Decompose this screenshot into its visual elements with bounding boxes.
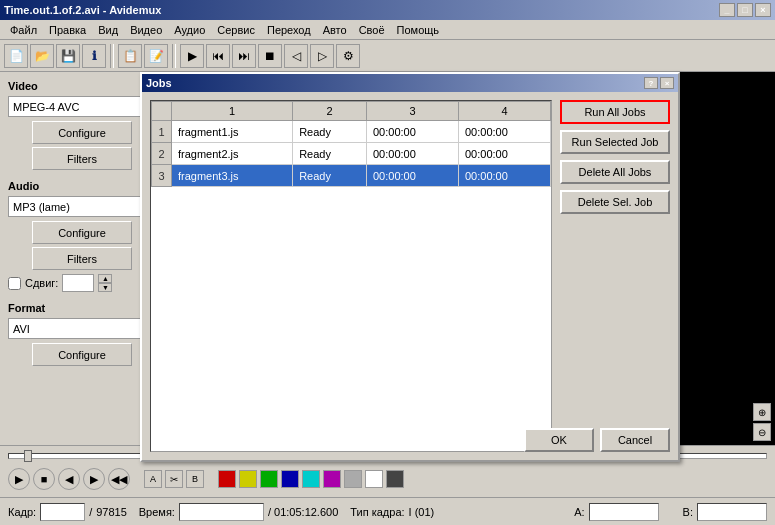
format-configure-btn[interactable]: Configure [32,343,132,366]
next-btn[interactable]: ▶ [83,468,105,490]
frame-type-field: Тип кадра: I (01) [350,506,434,518]
format-combo[interactable]: AVI ▼ [8,318,156,339]
menu-service[interactable]: Сервис [211,22,261,38]
toolbar-open[interactable]: 📂 [30,44,54,68]
play-btn[interactable]: ▶ [8,468,30,490]
shift-row: Сдвиг: 0 ▲ ▼ [8,274,156,292]
toolbar-paste[interactable]: 📝 [144,44,168,68]
menu-video[interactable]: Видео [124,22,168,38]
row-1-col3: 00:00:00 [366,121,458,143]
preview-zoom-in[interactable]: ⊕ [753,403,771,421]
menu-file[interactable]: Файл [4,22,43,38]
menu-goto[interactable]: Переход [261,22,317,38]
audio-codec-combo[interactable]: MP3 (lame) ▼ [8,196,156,217]
video-configure-btn[interactable]: Configure [32,121,132,144]
table-row[interactable]: 1 fragment1.js Ready 00:00:00 00:00:00 [152,121,551,143]
seek-thumb[interactable] [24,450,32,462]
menu-view[interactable]: Вид [92,22,124,38]
frame-input[interactable]: 0 [40,503,85,521]
stop-btn[interactable]: ■ [33,468,55,490]
format-section-title: Format [8,302,156,314]
toolbar-mark-in[interactable]: ◁ [284,44,308,68]
audio-configure-btn[interactable]: Configure [32,221,132,244]
toolbar-play[interactable]: ▶ [180,44,204,68]
titlebar: Time.out.1.of.2.avi - Avidemux _ □ × [0,0,775,20]
audio-codec-value: MP3 (lame) [13,201,70,213]
col-1-header: 1 [172,102,293,121]
ab-a-input[interactable]: 000000 [589,503,659,521]
delete-sel-job-btn[interactable]: Delete Sel. Job [560,190,670,214]
dialog-title-buttons: ? × [644,77,674,89]
delete-all-jobs-btn[interactable]: Delete All Jobs [560,160,670,184]
close-btn[interactable]: × [755,3,771,17]
toolbar-stop[interactable]: ⏹ [258,44,282,68]
jobs-table-area[interactable]: 1 2 3 4 1 fragment1.js Ready 00:00:00 00… [150,100,552,452]
row-2-status: Ready [293,143,367,165]
shift-value[interactable]: 0 [62,274,94,292]
video-filters-btn[interactable]: Filters [32,147,132,170]
row-1-status: Ready [293,121,367,143]
menu-edit[interactable]: Правка [43,22,92,38]
color-3-btn[interactable] [260,470,278,488]
prev-btn[interactable]: ◀ [58,468,80,490]
time-field: Время: 00:00:00.000 / 01:05:12.600 [139,503,339,521]
transport-controls: ▶ ■ ◀ ▶ ◀◀ A ✂ B [8,468,767,490]
mark-a-btn[interactable]: A [144,470,162,488]
row-2-col4: 00:00:00 [458,143,550,165]
col-num-header [152,102,172,121]
dialog-close-btn[interactable]: × [660,77,674,89]
table-row-selected[interactable]: 3 fragment3.js Ready 00:00:00 00:00:00 [152,165,551,187]
menu-auto[interactable]: Авто [317,22,353,38]
toolbar-step-back[interactable]: ⏮ [206,44,230,68]
jobs-table: 1 2 3 4 1 fragment1.js Ready 00:00:00 00… [151,101,551,187]
row-1-col4: 00:00:00 [458,121,550,143]
rewind-btn[interactable]: ◀◀ [108,468,130,490]
shift-up-btn[interactable]: ▲ [98,274,112,283]
mark-b-btn[interactable]: B [186,470,204,488]
mark-btn[interactable]: ✂ [165,470,183,488]
dialog-ok-btn[interactable]: OK [524,428,594,452]
run-all-jobs-btn[interactable]: Run All Jobs [560,100,670,124]
row-2-col3: 00:00:00 [366,143,458,165]
toolbar-info[interactable]: ℹ [82,44,106,68]
toolbar-new[interactable]: 📄 [4,44,28,68]
toolbar-sep1 [110,44,114,68]
toolbar-mark-out[interactable]: ▷ [310,44,334,68]
color-4-btn[interactable] [281,470,299,488]
color-9-btn[interactable] [386,470,404,488]
menu-help[interactable]: Помощь [391,22,446,38]
color-1-btn[interactable] [218,470,236,488]
toolbar-step-fwd[interactable]: ⏭ [232,44,256,68]
video-codec-combo[interactable]: MPEG-4 AVC ▼ [8,96,156,117]
table-row[interactable]: 2 fragment2.js Ready 00:00:00 00:00:00 [152,143,551,165]
menu-audio[interactable]: Аудио [168,22,211,38]
toolbar-encode[interactable]: ⚙ [336,44,360,68]
row-1-name: fragment1.js [172,121,293,143]
minimize-btn[interactable]: _ [719,3,735,17]
color-8-btn[interactable] [365,470,383,488]
ab-b-label: B: [683,506,693,518]
row-3-col3: 00:00:00 [366,165,458,187]
shift-checkbox[interactable] [8,277,21,290]
ab-b-input[interactable]: 097815 [697,503,767,521]
run-selected-job-btn[interactable]: Run Selected Job [560,130,670,154]
color-6-btn[interactable] [323,470,341,488]
audio-filters-btn[interactable]: Filters [32,247,132,270]
color-7-btn[interactable] [344,470,362,488]
color-2-btn[interactable] [239,470,257,488]
time-input[interactable]: 00:00:00.000 [179,503,264,521]
dialog-footer: OK Cancel [524,428,670,452]
color-5-btn[interactable] [302,470,320,488]
toolbar-save[interactable]: 💾 [56,44,80,68]
toolbar-sep2 [172,44,176,68]
dialog-cancel-btn[interactable]: Cancel [600,428,670,452]
menu-custom[interactable]: Своё [353,22,391,38]
shift-down-btn[interactable]: ▼ [98,283,112,292]
time-label: Время: [139,506,175,518]
preview-zoom-out[interactable]: ⊖ [753,423,771,441]
toolbar-copy[interactable]: 📋 [118,44,142,68]
dialog-help-btn[interactable]: ? [644,77,658,89]
maximize-btn[interactable]: □ [737,3,753,17]
dialog-title: Jobs [146,77,172,89]
frame-total-val: 97815 [96,506,127,518]
